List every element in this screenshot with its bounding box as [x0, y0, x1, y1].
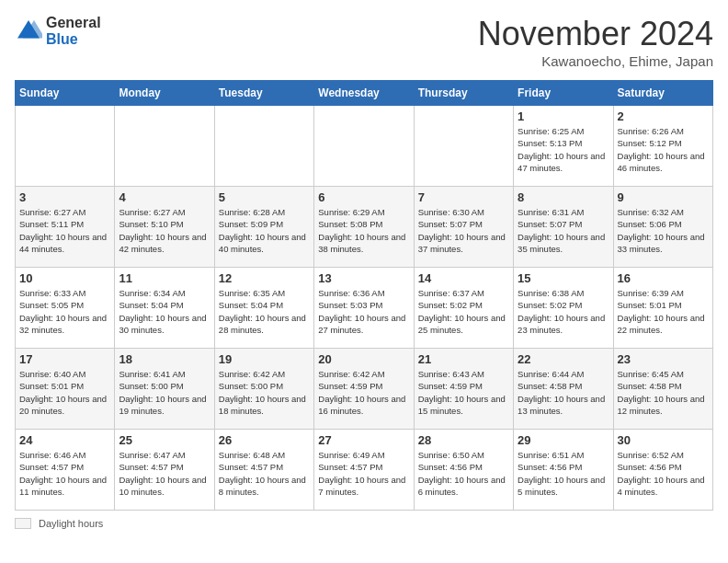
logo: General Blue	[15, 15, 101, 47]
day-number: 13	[318, 271, 409, 285]
day-number: 3	[19, 190, 110, 204]
calendar-cell: 14Sunrise: 6:37 AM Sunset: 5:02 PM Dayli…	[414, 268, 513, 349]
calendar-cell: 18Sunrise: 6:41 AM Sunset: 5:00 PM Dayli…	[115, 349, 214, 430]
calendar-cell: 1Sunrise: 6:25 AM Sunset: 5:13 PM Daylig…	[514, 106, 613, 187]
legend-swatch	[15, 518, 31, 529]
cell-info: Sunrise: 6:50 AM Sunset: 4:56 PM Dayligh…	[418, 449, 509, 498]
calendar-cell	[214, 106, 313, 187]
month-title: November 2024	[478, 15, 713, 53]
calendar-header-cell: Thursday	[414, 81, 513, 106]
cell-info: Sunrise: 6:51 AM Sunset: 4:56 PM Dayligh…	[518, 449, 609, 498]
day-number: 16	[618, 271, 709, 285]
calendar-cell: 30Sunrise: 6:52 AM Sunset: 4:56 PM Dayli…	[613, 430, 712, 511]
title-section: November 2024 Kawanoecho, Ehime, Japan	[478, 15, 713, 69]
day-number: 30	[618, 433, 709, 447]
logo-blue: Blue	[46, 31, 101, 48]
cell-info: Sunrise: 6:42 AM Sunset: 5:00 PM Dayligh…	[219, 368, 310, 417]
cell-info: Sunrise: 6:28 AM Sunset: 5:09 PM Dayligh…	[219, 206, 310, 255]
day-number: 14	[418, 271, 509, 285]
cell-info: Sunrise: 6:26 AM Sunset: 5:12 PM Dayligh…	[618, 125, 709, 174]
calendar-header-cell: Sunday	[16, 81, 115, 106]
calendar-cell: 5Sunrise: 6:28 AM Sunset: 5:09 PM Daylig…	[214, 187, 313, 268]
cell-info: Sunrise: 6:36 AM Sunset: 5:03 PM Dayligh…	[318, 287, 409, 336]
day-number: 8	[518, 190, 609, 204]
calendar-cell: 13Sunrise: 6:36 AM Sunset: 5:03 PM Dayli…	[314, 268, 414, 349]
day-number: 22	[518, 352, 609, 366]
cell-info: Sunrise: 6:37 AM Sunset: 5:02 PM Dayligh…	[418, 287, 509, 336]
cell-info: Sunrise: 6:39 AM Sunset: 5:01 PM Dayligh…	[618, 287, 709, 336]
day-number: 12	[219, 271, 310, 285]
day-number: 17	[19, 352, 110, 366]
cell-info: Sunrise: 6:45 AM Sunset: 4:58 PM Dayligh…	[618, 368, 709, 417]
legend-label: Daylight hours	[39, 518, 103, 529]
calendar-cell: 15Sunrise: 6:38 AM Sunset: 5:02 PM Dayli…	[514, 268, 613, 349]
day-number: 28	[418, 433, 509, 447]
cell-info: Sunrise: 6:34 AM Sunset: 5:04 PM Dayligh…	[119, 287, 210, 336]
day-number: 7	[418, 190, 509, 204]
cell-info: Sunrise: 6:29 AM Sunset: 5:08 PM Dayligh…	[318, 206, 409, 255]
day-number: 5	[219, 190, 310, 204]
cell-info: Sunrise: 6:25 AM Sunset: 5:13 PM Dayligh…	[518, 125, 609, 174]
calendar-header-cell: Friday	[514, 81, 613, 106]
logo-text: General Blue	[46, 15, 101, 47]
calendar-cell: 22Sunrise: 6:44 AM Sunset: 4:58 PM Dayli…	[514, 349, 613, 430]
cell-info: Sunrise: 6:35 AM Sunset: 5:04 PM Dayligh…	[219, 287, 310, 336]
cell-info: Sunrise: 6:38 AM Sunset: 5:02 PM Dayligh…	[518, 287, 609, 336]
calendar-cell: 16Sunrise: 6:39 AM Sunset: 5:01 PM Dayli…	[613, 268, 712, 349]
calendar-cell: 29Sunrise: 6:51 AM Sunset: 4:56 PM Dayli…	[514, 430, 613, 511]
cell-info: Sunrise: 6:47 AM Sunset: 4:57 PM Dayligh…	[119, 449, 210, 498]
calendar-cell: 25Sunrise: 6:47 AM Sunset: 4:57 PM Dayli…	[115, 430, 214, 511]
cell-info: Sunrise: 6:31 AM Sunset: 5:07 PM Dayligh…	[518, 206, 609, 255]
calendar-table: SundayMondayTuesdayWednesdayThursdayFrid…	[15, 80, 713, 511]
calendar-cell: 24Sunrise: 6:46 AM Sunset: 4:57 PM Dayli…	[16, 430, 115, 511]
cell-info: Sunrise: 6:33 AM Sunset: 5:05 PM Dayligh…	[19, 287, 110, 336]
day-number: 20	[318, 352, 409, 366]
day-number: 6	[318, 190, 409, 204]
calendar-cell: 27Sunrise: 6:49 AM Sunset: 4:57 PM Dayli…	[314, 430, 414, 511]
cell-info: Sunrise: 6:32 AM Sunset: 5:06 PM Dayligh…	[618, 206, 709, 255]
day-number: 23	[618, 352, 709, 366]
calendar-header-cell: Tuesday	[214, 81, 313, 106]
day-number: 4	[119, 190, 210, 204]
calendar-week-row: 3Sunrise: 6:27 AM Sunset: 5:11 PM Daylig…	[16, 187, 713, 268]
cell-info: Sunrise: 6:41 AM Sunset: 5:00 PM Dayligh…	[119, 368, 210, 417]
calendar-cell: 26Sunrise: 6:48 AM Sunset: 4:57 PM Dayli…	[214, 430, 313, 511]
cell-info: Sunrise: 6:49 AM Sunset: 4:57 PM Dayligh…	[318, 449, 409, 498]
day-number: 21	[418, 352, 509, 366]
calendar-cell	[115, 106, 214, 187]
cell-info: Sunrise: 6:43 AM Sunset: 4:59 PM Dayligh…	[418, 368, 509, 417]
cell-info: Sunrise: 6:27 AM Sunset: 5:10 PM Dayligh…	[119, 206, 210, 255]
calendar-cell: 28Sunrise: 6:50 AM Sunset: 4:56 PM Dayli…	[414, 430, 513, 511]
calendar-cell	[16, 106, 115, 187]
calendar-week-row: 10Sunrise: 6:33 AM Sunset: 5:05 PM Dayli…	[16, 268, 713, 349]
calendar-cell: 20Sunrise: 6:42 AM Sunset: 4:59 PM Dayli…	[314, 349, 414, 430]
calendar-week-row: 1Sunrise: 6:25 AM Sunset: 5:13 PM Daylig…	[16, 106, 713, 187]
calendar-header-cell: Wednesday	[314, 81, 414, 106]
page-header: General Blue November 2024 Kawanoecho, E…	[15, 15, 713, 69]
calendar-cell: 21Sunrise: 6:43 AM Sunset: 4:59 PM Dayli…	[414, 349, 513, 430]
calendar-cell	[314, 106, 414, 187]
day-number: 27	[318, 433, 409, 447]
calendar-cell: 19Sunrise: 6:42 AM Sunset: 5:00 PM Dayli…	[214, 349, 313, 430]
cell-info: Sunrise: 6:52 AM Sunset: 4:56 PM Dayligh…	[618, 449, 709, 498]
calendar-header-row: SundayMondayTuesdayWednesdayThursdayFrid…	[16, 81, 713, 106]
calendar-header-cell: Saturday	[613, 81, 712, 106]
calendar-cell: 6Sunrise: 6:29 AM Sunset: 5:08 PM Daylig…	[314, 187, 414, 268]
cell-info: Sunrise: 6:48 AM Sunset: 4:57 PM Dayligh…	[219, 449, 310, 498]
calendar-cell: 9Sunrise: 6:32 AM Sunset: 5:06 PM Daylig…	[613, 187, 712, 268]
cell-info: Sunrise: 6:27 AM Sunset: 5:11 PM Dayligh…	[19, 206, 110, 255]
calendar-cell: 7Sunrise: 6:30 AM Sunset: 5:07 PM Daylig…	[414, 187, 513, 268]
day-number: 1	[518, 109, 609, 123]
day-number: 10	[19, 271, 110, 285]
calendar-week-row: 17Sunrise: 6:40 AM Sunset: 5:01 PM Dayli…	[16, 349, 713, 430]
calendar-week-row: 24Sunrise: 6:46 AM Sunset: 4:57 PM Dayli…	[16, 430, 713, 511]
cell-info: Sunrise: 6:42 AM Sunset: 4:59 PM Dayligh…	[318, 368, 409, 417]
day-number: 24	[19, 433, 110, 447]
calendar-cell: 11Sunrise: 6:34 AM Sunset: 5:04 PM Dayli…	[115, 268, 214, 349]
cell-info: Sunrise: 6:44 AM Sunset: 4:58 PM Dayligh…	[518, 368, 609, 417]
cell-info: Sunrise: 6:40 AM Sunset: 5:01 PM Dayligh…	[19, 368, 110, 417]
cell-info: Sunrise: 6:30 AM Sunset: 5:07 PM Dayligh…	[418, 206, 509, 255]
day-number: 2	[618, 109, 709, 123]
calendar-cell: 12Sunrise: 6:35 AM Sunset: 5:04 PM Dayli…	[214, 268, 313, 349]
calendar-cell: 3Sunrise: 6:27 AM Sunset: 5:11 PM Daylig…	[16, 187, 115, 268]
